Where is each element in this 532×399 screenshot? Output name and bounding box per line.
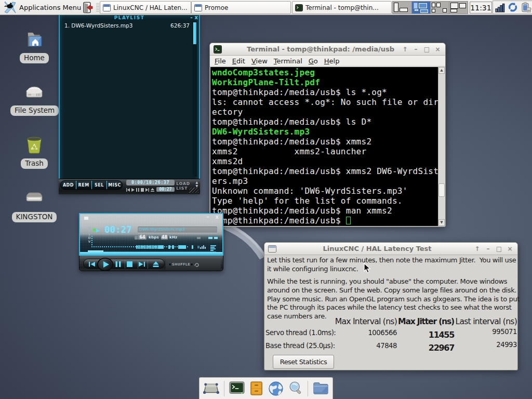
terminal-titlebar[interactable]: Terminal - tomp@thinkpad: /media/usb ↑ –… (210, 43, 445, 56)
reset-statistics-button[interactable]: Reset Statistics (273, 355, 334, 369)
promoe-time-display[interactable]: 00:27 (104, 226, 134, 233)
playlist-add-button[interactable]: ADD (61, 181, 76, 189)
menu-edit[interactable]: Edit (229, 57, 248, 65)
playlist-rem-button[interactable]: REM (76, 181, 91, 189)
playlist-transport-icons[interactable] (126, 188, 155, 192)
servo-max-jitter: 11455 (429, 330, 454, 340)
scroll-up-icon[interactable]: ▲ (438, 67, 445, 74)
terminal-maximize-button[interactable]: □ (423, 46, 430, 54)
web-browser-icon[interactable] (268, 380, 284, 397)
menu-view[interactable]: View (248, 57, 271, 65)
promoe-equalizer-icon[interactable] (200, 245, 206, 249)
scroll-down-icon[interactable]: ▼ (438, 219, 445, 226)
previous-button[interactable] (89, 261, 95, 267)
file-cabinet-icon[interactable] (249, 381, 263, 396)
mini-pause-icon[interactable] (136, 188, 139, 192)
mini-next-icon[interactable] (145, 188, 149, 192)
system-tray (493, 1, 532, 14)
filesystem-drive-icon (25, 84, 44, 99)
desktop-icon-home[interactable]: Home (10, 31, 58, 63)
mini-stop-icon[interactable] (141, 188, 144, 192)
terminal-scrollbar[interactable]: ▲ ▼ (438, 67, 445, 226)
promoe-vis-block (172, 245, 174, 249)
terminal-line: wndoComp3states.jpeg (212, 68, 439, 77)
latency-minimize-button[interactable]: – (485, 245, 491, 253)
terminal-close-button[interactable]: × (434, 46, 441, 54)
stop-button[interactable] (127, 261, 132, 267)
playlist-resize-grip[interactable] (189, 188, 198, 193)
menu-help[interactable]: Help (321, 57, 343, 65)
play-button[interactable] (97, 258, 113, 271)
terminal-minimize-button[interactable]: – (413, 46, 419, 54)
menu-terminal[interactable]: Terminal (271, 57, 305, 65)
desktop-icon-kingston[interactable]: KINGSTON (10, 191, 58, 222)
playlist-scrollbar[interactable] (193, 21, 197, 177)
mini-play-icon[interactable] (131, 188, 135, 192)
mini-eject-icon[interactable] (151, 188, 154, 192)
search-icon[interactable] (288, 380, 303, 396)
battery-plug-icon[interactable] (521, 2, 532, 13)
taskbar-button-terminal[interactable]: Terminal - tomp@thin... (292, 1, 392, 14)
workspace-2-active[interactable] (411, 2, 430, 14)
dock-terminal-icon[interactable] (229, 381, 245, 396)
shuffle-toggle[interactable]: SHUFFLE (172, 262, 190, 267)
mouse-cursor (364, 263, 371, 274)
taskbar-button-label: Terminal - tomp@thin... (305, 4, 379, 11)
latency-maximize-button[interactable]: □ (496, 245, 502, 253)
panel-grip (96, 3, 99, 12)
promoe-visualization[interactable] (136, 245, 159, 249)
mini-previous-icon[interactable] (126, 188, 130, 192)
promoe-stereo-indicator (208, 237, 212, 239)
playlist-load-list-button[interactable]: LOAD LIST (176, 182, 190, 191)
latency-shade-button[interactable]: ↑ (474, 245, 481, 253)
playlist-scroll-buttons[interactable]: ▲▼ (195, 181, 198, 188)
promoe-track-marquee[interactable]: DW6-WyrdSisters.mp3 (138, 227, 217, 233)
promoe-vis-block (159, 245, 164, 249)
promoe-minimize-button[interactable]: – (207, 214, 209, 220)
latency-window-icon (268, 245, 276, 252)
promoe-scope-axis (91, 236, 92, 247)
taskbar-button-linuxcnc[interactable]: LinuxCNC / HAL Laten... (100, 1, 191, 14)
sync-arrows-icon[interactable] (508, 2, 518, 12)
promoe-close-button[interactable]: x (216, 214, 219, 220)
playlist-misc-button[interactable]: MISC (107, 181, 122, 189)
latency-titlebar[interactable]: LinuxCNC / HAL Latency Test ↑ – □ × (264, 243, 517, 255)
playlist-sel-button[interactable]: SEL (91, 181, 107, 189)
playlist-close-button[interactable]: x (195, 15, 198, 20)
col-max-jitter: Max Jitter (ns) (398, 317, 454, 326)
menu-file[interactable]: File (211, 57, 229, 65)
menu-go[interactable]: Go (305, 57, 321, 65)
eject-button[interactable] (153, 261, 159, 267)
desktop-icon-trash[interactable]: Trash (10, 136, 58, 169)
terminal-output[interactable]: wndoComp3states.jpeg WorkingPlane-Tilt.p… (210, 67, 439, 226)
playlist-minimize-button[interactable]: - (190, 15, 192, 20)
logout-launcher[interactable] (81, 1, 95, 14)
taskbar-button-promoe[interactable]: Promoe (191, 1, 291, 14)
promoe-menu-button[interactable] (84, 217, 88, 220)
workspace-1[interactable] (393, 2, 411, 14)
playlist-clock-display: 00:27 (156, 187, 175, 192)
col-max-interval: Max Interval (ns) (335, 317, 397, 326)
panel-clock[interactable]: 11:31 (470, 2, 492, 14)
network-signal-icon[interactable] (495, 3, 505, 12)
show-desktop-icon[interactable] (203, 382, 219, 395)
playlist-item[interactable]: 1. DW6-WyrdSisters.mp3 626:37 (64, 22, 190, 29)
terminal-scrollbar-thumb[interactable] (438, 183, 445, 197)
workspace-4[interactable] (449, 2, 468, 14)
dock-folder-icon[interactable] (313, 381, 329, 395)
latency-close-button[interactable]: × (507, 245, 513, 253)
pause-button[interactable] (115, 261, 121, 267)
terminal-icon (214, 45, 222, 54)
playlist-scrollbar-thumb[interactable] (193, 22, 196, 44)
terminal-shade-button[interactable]: ↑ (402, 46, 408, 54)
workspace-3[interactable] (430, 2, 449, 14)
desktop-icon-label: File System (10, 105, 59, 116)
workspace-pager[interactable] (392, 1, 468, 14)
desktop-icon-filesystem[interactable]: File System (10, 84, 58, 116)
applications-menu-button[interactable]: Applications Menu (1, 1, 83, 14)
repeat-icon[interactable] (194, 262, 200, 268)
promoe-clutterbar[interactable]: O A I D V (88, 227, 91, 243)
next-button[interactable] (139, 261, 145, 267)
terminal-menubar: File Edit View Terminal Go Help (210, 56, 445, 66)
latency-abuse-text: While the test is running, you should "a… (267, 277, 520, 321)
